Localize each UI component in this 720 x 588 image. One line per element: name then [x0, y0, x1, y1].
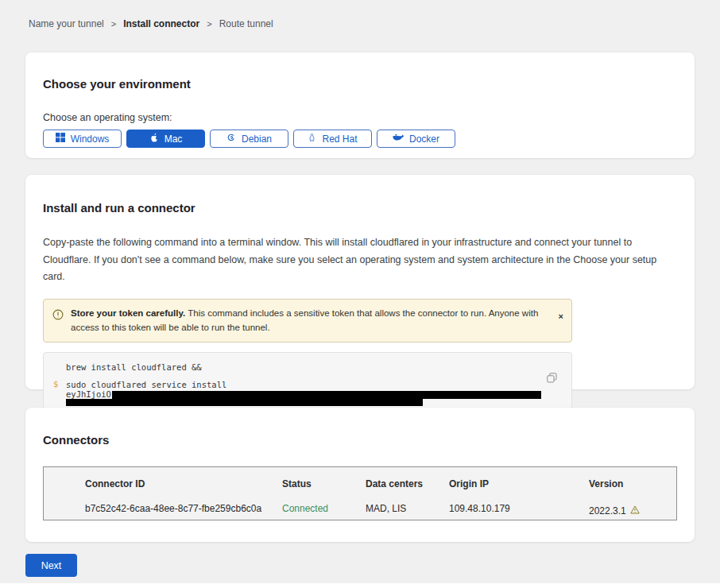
column-header-connector-id: Connector ID	[85, 478, 282, 496]
apple-icon	[149, 133, 159, 145]
install-connector-description: Copy-paste the following command into a …	[43, 234, 675, 286]
docker-icon	[393, 133, 404, 145]
warning-triangle-icon	[630, 505, 640, 516]
status-badge: Connected	[282, 503, 366, 520]
os-button-group: Windows Mac Debian Red Hat Docker	[43, 130, 677, 148]
connectors-card: Connectors Connector ID Status Data cent…	[25, 408, 695, 542]
copy-icon[interactable]	[547, 373, 557, 385]
install-connector-title: Install and run a connector	[43, 175, 677, 215]
breadcrumb: Name your tunnel > Install connector > R…	[29, 18, 273, 29]
os-button-windows[interactable]: Windows	[43, 130, 122, 148]
os-button-label: Mac	[165, 133, 183, 145]
breadcrumb-step-name-tunnel[interactable]: Name your tunnel	[29, 18, 104, 29]
os-button-label: Red Hat	[322, 133, 357, 145]
column-header-origin-ip: Origin IP	[449, 478, 589, 496]
version-value: 2022.3.1	[589, 503, 676, 520]
next-button[interactable]: Next	[25, 554, 77, 577]
os-button-mac[interactable]: Mac	[126, 130, 205, 148]
alert-circle-icon	[52, 309, 64, 323]
code-line-sudo: sudo cloudflared service install	[66, 380, 571, 389]
version-number: 2022.3.1	[589, 505, 626, 516]
os-button-debian[interactable]: Debian	[210, 130, 288, 148]
os-select-label: Choose an operating system:	[43, 112, 677, 123]
connectors-title: Connectors	[43, 408, 677, 447]
column-header-version: Version	[589, 478, 676, 496]
debian-icon	[226, 133, 236, 145]
close-icon[interactable]: ×	[559, 312, 563, 321]
connectors-table: Connector ID Status Data centers Origin …	[43, 466, 677, 520]
install-command-codeblock: brew install cloudflared && $ sudo cloud…	[43, 352, 572, 409]
os-button-docker[interactable]: Docker	[377, 130, 455, 148]
code-line-token: eyJhIjoiO	[66, 390, 571, 399]
windows-icon	[56, 133, 65, 145]
column-header-status: Status	[282, 478, 366, 496]
environment-card: Choose your environment Choose an operat…	[25, 52, 695, 158]
column-header-data-centers: Data centers	[366, 478, 449, 496]
redhat-icon	[308, 133, 316, 145]
token-warning-title: Store your token carefully.	[71, 308, 185, 318]
breadcrumb-step-install-connector[interactable]: Install connector	[123, 18, 199, 29]
environment-card-title: Choose your environment	[43, 52, 677, 91]
os-button-label: Debian	[242, 133, 272, 145]
shell-prompt: $	[53, 379, 58, 389]
breadcrumb-separator: >	[111, 19, 116, 29]
token-warning-banner: Store your token carefully. This command…	[43, 299, 572, 343]
breadcrumb-separator: >	[207, 19, 211, 29]
code-line-brew: brew install cloudflared &&	[66, 362, 571, 372]
bottom-strip	[0, 583, 720, 588]
redacted-token-bar	[66, 399, 423, 406]
install-connector-card: Install and run a connector Copy-paste t…	[25, 175, 695, 389]
connector-id-value: b7c52c42-6caa-48ee-8c77-fbe259cb6c0a	[85, 503, 282, 520]
os-button-label: Docker	[409, 133, 439, 145]
redacted-token-bar	[112, 391, 541, 399]
breadcrumb-step-route-tunnel[interactable]: Route tunnel	[219, 18, 273, 29]
os-button-redhat[interactable]: Red Hat	[293, 130, 372, 148]
origin-ip-value: 109.48.10.179	[449, 503, 589, 520]
token-prefix: eyJhIjoiO	[66, 389, 111, 399]
data-centers-value: MAD, LIS	[366, 503, 449, 520]
os-button-label: Windows	[71, 133, 110, 145]
token-warning-text: Store your token carefully. This command…	[71, 306, 548, 336]
